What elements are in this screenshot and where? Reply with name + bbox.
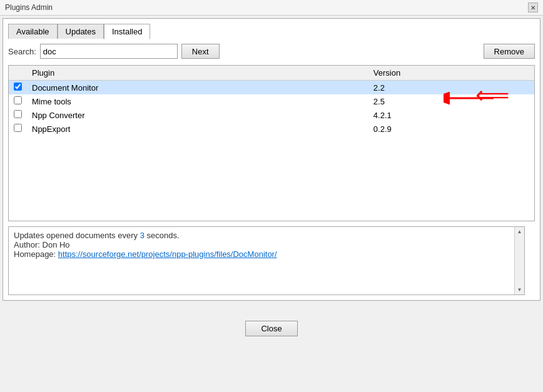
plugin-version: 4.2.1 — [368, 108, 534, 122]
desc-highlight: 3 — [140, 231, 145, 240]
desc-homepage-link[interactable]: https://sourceforge.net/projects/npp-plu… — [58, 249, 277, 259]
title-bar: Plugins Admin ✕ — [0, 0, 543, 16]
col-header-version: Version — [368, 66, 534, 81]
plugin-version: 2.5 — [368, 94, 534, 108]
desc-suffix: seconds. — [145, 231, 180, 240]
desc-homepage-label: Homepage: — [14, 249, 58, 259]
col-header-plugin: Plugin — [27, 66, 368, 81]
tab-installed[interactable]: Installed — [104, 24, 150, 39]
tab-updates[interactable]: Updates — [58, 24, 104, 39]
description-box: Updates opened documents every 3 seconds… — [8, 226, 525, 295]
plugin-version: 0.2.9 — [368, 122, 534, 136]
footer: Close — [0, 311, 543, 341]
table-row[interactable]: Npp Converter4.2.1 — [9, 108, 534, 122]
main-container: Available Updates Installed Search: Next… — [3, 18, 540, 301]
plugin-checkbox[interactable] — [14, 124, 22, 132]
description-scrollbar[interactable]: ▲ ▼ — [514, 227, 524, 294]
app-title: Plugins Admin — [5, 3, 53, 12]
scrollbar-up[interactable]: ▲ — [515, 227, 524, 236]
description-line3: Homepage: https://sourceforge.net/projec… — [14, 249, 519, 259]
plugin-name: Document Monitor — [27, 81, 368, 95]
plugin-name: NppExport — [27, 122, 368, 136]
window-close-button[interactable]: ✕ — [528, 3, 538, 13]
search-row: Search: Next Remove — [8, 44, 535, 59]
close-button[interactable]: Close — [245, 321, 297, 336]
scrollbar-down[interactable]: ▼ — [515, 285, 524, 294]
plugin-version: 2.2 — [368, 81, 534, 95]
plugin-table: Plugin Version Document Monitor2.2Mime t… — [8, 65, 535, 221]
table-row[interactable]: Mime tools2.5 — [9, 94, 534, 108]
col-header-checkbox — [9, 66, 27, 81]
plugin-checkbox[interactable] — [14, 96, 22, 104]
table-row[interactable]: Document Monitor2.2 — [9, 81, 534, 95]
remove-button[interactable]: Remove — [484, 44, 535, 59]
plugin-name: Npp Converter — [27, 108, 368, 122]
description-line1: Updates opened documents every 3 seconds… — [14, 231, 519, 240]
next-button[interactable]: Next — [181, 44, 220, 59]
desc-prefix: Updates opened documents every — [14, 231, 140, 240]
plugin-checkbox[interactable] — [14, 110, 22, 118]
description-line2: Author: Don Ho — [14, 240, 519, 249]
tab-bar: Available Updates Installed — [8, 24, 535, 39]
plugin-name: Mime tools — [27, 94, 368, 108]
search-input[interactable] — [40, 44, 178, 59]
table-row[interactable]: NppExport0.2.9 — [9, 122, 534, 136]
search-label: Search: — [8, 47, 36, 56]
plugin-checkbox[interactable] — [14, 83, 22, 91]
tab-available[interactable]: Available — [8, 24, 58, 39]
